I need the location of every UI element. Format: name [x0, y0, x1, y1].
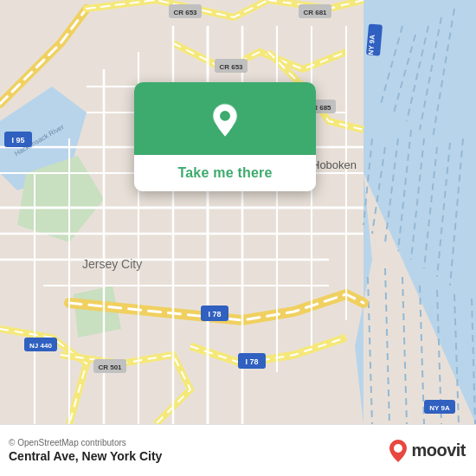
map-background: Hoboken Jersey City Hackensack River I 9… [0, 0, 476, 424]
svg-text:NJ 440: NJ 440 [29, 342, 52, 350]
location-label: Central Ave, New York City [9, 449, 162, 463]
moovit-text: moovit [411, 441, 466, 460]
svg-text:CR 681: CR 681 [303, 9, 327, 16]
svg-text:CR 501: CR 501 [98, 363, 122, 371]
svg-text:I 95: I 95 [11, 136, 24, 145]
svg-point-66 [220, 111, 230, 121]
map-container: Hoboken Jersey City Hackensack River I 9… [0, 0, 476, 424]
moovit-logo: moovit [389, 439, 466, 463]
jersey-city-label: Jersey City [82, 257, 142, 271]
svg-text:NY 9A: NY 9A [429, 404, 450, 412]
take-me-there-button[interactable]: Take me there [134, 155, 316, 191]
bottom-left: © OpenStreetMap contributors Central Ave… [9, 438, 162, 463]
svg-text:CR 653: CR 653 [173, 9, 197, 16]
svg-point-67 [394, 444, 402, 453]
svg-text:I 78: I 78 [245, 357, 258, 366]
location-pin-icon [206, 101, 244, 139]
attribution-text: © OpenStreetMap contributors [9, 438, 162, 447]
popup-card: Take me there [134, 82, 316, 191]
bottom-bar: © OpenStreetMap contributors Central Ave… [0, 424, 476, 476]
hoboken-label: Hoboken [312, 158, 357, 171]
moovit-pin-icon [389, 439, 408, 463]
svg-text:I 78: I 78 [208, 310, 221, 318]
popup-green-area [134, 82, 316, 155]
svg-text:CR 653: CR 653 [219, 63, 243, 71]
